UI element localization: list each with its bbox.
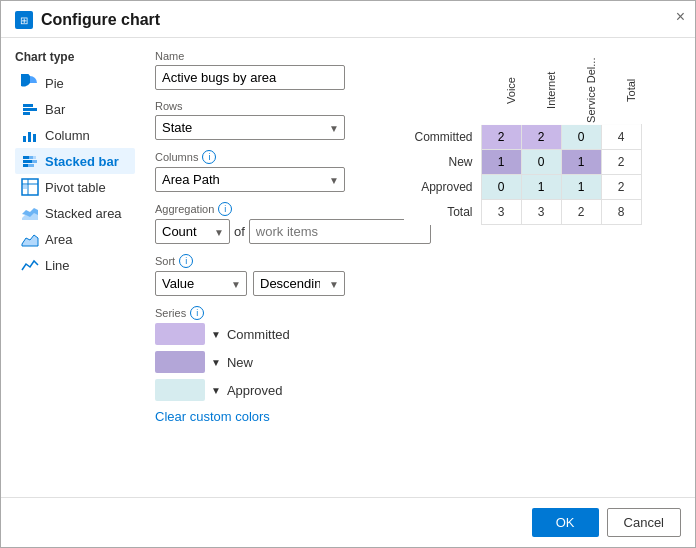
- sort-direction-select[interactable]: Descending Ascending: [253, 271, 345, 296]
- svg-rect-4: [28, 132, 31, 142]
- col-header-total: Total: [601, 55, 641, 125]
- dialog-body: Chart type Pie Bar: [1, 38, 695, 497]
- clear-colors-link[interactable]: Clear custom colors: [155, 409, 345, 424]
- cell: 1: [481, 150, 521, 175]
- stacked-area-icon: [21, 204, 39, 222]
- svg-rect-10: [32, 160, 37, 163]
- cell: 1: [561, 175, 601, 200]
- close-button[interactable]: ×: [676, 9, 685, 25]
- pie-icon: [21, 74, 39, 92]
- dialog-footer: OK Cancel: [1, 497, 695, 547]
- svg-rect-5: [33, 134, 36, 142]
- cell: 2: [561, 200, 601, 225]
- cell: 2: [601, 175, 641, 200]
- sort-row: Value ▼ Descending Ascending ▼: [155, 271, 345, 296]
- agg-select[interactable]: Count Sum: [155, 219, 230, 244]
- svg-rect-11: [23, 164, 28, 167]
- pivot-icon: [21, 178, 39, 196]
- series-chevron-approved[interactable]: ▼: [211, 385, 221, 396]
- rows-label: Rows: [155, 100, 345, 112]
- stacked-bar-icon: [21, 152, 39, 170]
- chart-type-stacked-bar[interactable]: Stacked bar: [15, 148, 135, 174]
- series-label: Series i: [155, 306, 345, 320]
- rows-select[interactable]: State Path: [155, 115, 345, 140]
- col-header-voice: Voice: [481, 55, 521, 125]
- rows-select-wrapper: State Path ▼: [155, 115, 345, 140]
- chart-type-stacked-area[interactable]: Stacked area: [15, 200, 135, 226]
- sort-direction-wrapper: Descending Ascending ▼: [253, 271, 345, 296]
- cell: 3: [481, 200, 521, 225]
- chart-type-column[interactable]: Column: [15, 122, 135, 148]
- line-icon: [21, 256, 39, 274]
- svg-rect-1: [23, 108, 37, 111]
- svg-rect-16: [23, 185, 27, 189]
- chart-type-line[interactable]: Line: [15, 252, 135, 278]
- chart-type-label: Chart type: [15, 50, 135, 64]
- config-panel: Name Rows State Path ▼ Columns i Area Pa…: [145, 50, 355, 485]
- area-icon: [21, 230, 39, 248]
- bar-icon: [21, 100, 39, 118]
- series-chevron-new[interactable]: ▼: [211, 357, 221, 368]
- svg-rect-3: [23, 136, 26, 142]
- table-row: Approved 0 1 1 2: [404, 175, 641, 200]
- sort-label: Sort i: [155, 254, 345, 268]
- aggregation-label: Aggregation i: [155, 202, 345, 216]
- chart-type-panel: Chart type Pie Bar: [15, 50, 145, 485]
- cell: 8: [601, 200, 641, 225]
- aggregation-row: Count Sum ▼ of: [155, 219, 345, 244]
- sort-by-select[interactable]: Value: [155, 271, 247, 296]
- series-color-new[interactable]: [155, 351, 205, 373]
- table-row: Committed 2 2 0 4: [404, 125, 641, 150]
- column-icon: [21, 126, 39, 144]
- aggregation-info-icon[interactable]: i: [218, 202, 232, 216]
- row-label-total: Total: [404, 200, 481, 225]
- name-label: Name: [155, 50, 345, 62]
- svg-rect-7: [29, 156, 33, 159]
- dialog-title: Configure chart: [41, 11, 160, 29]
- cancel-button[interactable]: Cancel: [607, 508, 681, 537]
- cell: 0: [521, 150, 561, 175]
- chart-type-bar[interactable]: Bar: [15, 96, 135, 122]
- series-info-icon[interactable]: i: [190, 306, 204, 320]
- col-header-internet: Internet: [521, 55, 561, 125]
- series-item-new: ▼ New: [155, 351, 345, 373]
- svg-rect-2: [23, 112, 30, 115]
- pivot-table: Voice Internet Service Del... Total Comm…: [404, 55, 641, 225]
- row-label-committed: Committed: [404, 125, 481, 150]
- agg-of-text: of: [234, 224, 245, 239]
- dialog-titlebar: ⊞ Configure chart ×: [1, 1, 695, 38]
- series-name-committed: Committed: [227, 327, 290, 342]
- columns-select[interactable]: Area Path: [155, 167, 345, 192]
- agg-count-wrapper: Count Sum ▼: [155, 219, 230, 244]
- chart-type-pie[interactable]: Pie: [15, 70, 135, 96]
- cell: 0: [561, 125, 601, 150]
- cell: 1: [561, 150, 601, 175]
- columns-select-wrapper: Area Path ▼: [155, 167, 345, 192]
- series-name-new: New: [227, 355, 253, 370]
- cell: 4: [601, 125, 641, 150]
- chart-title-icon: ⊞: [15, 11, 33, 29]
- series-item-committed: ▼ Committed: [155, 323, 345, 345]
- cell: 2: [481, 125, 521, 150]
- table-row: New 1 0 1 2: [404, 150, 641, 175]
- chart-type-area[interactable]: Area: [15, 226, 135, 252]
- cell: 0: [481, 175, 521, 200]
- sort-by-wrapper: Value ▼: [155, 271, 247, 296]
- sort-info-icon[interactable]: i: [179, 254, 193, 268]
- svg-rect-8: [33, 156, 36, 159]
- name-input[interactable]: [155, 65, 345, 90]
- svg-rect-0: [23, 104, 33, 107]
- chart-type-pivot[interactable]: Pivot table: [15, 174, 135, 200]
- ok-button[interactable]: OK: [532, 508, 599, 537]
- cell: 1: [521, 175, 561, 200]
- series-chevron-committed[interactable]: ▼: [211, 329, 221, 340]
- columns-label: Columns i: [155, 150, 345, 164]
- cell: 2: [601, 150, 641, 175]
- columns-info-icon[interactable]: i: [202, 150, 216, 164]
- series-color-committed[interactable]: [155, 323, 205, 345]
- row-label-approved: Approved: [404, 175, 481, 200]
- cell: 3: [521, 200, 561, 225]
- svg-rect-12: [28, 164, 34, 167]
- series-color-approved[interactable]: [155, 379, 205, 401]
- row-label-new: New: [404, 150, 481, 175]
